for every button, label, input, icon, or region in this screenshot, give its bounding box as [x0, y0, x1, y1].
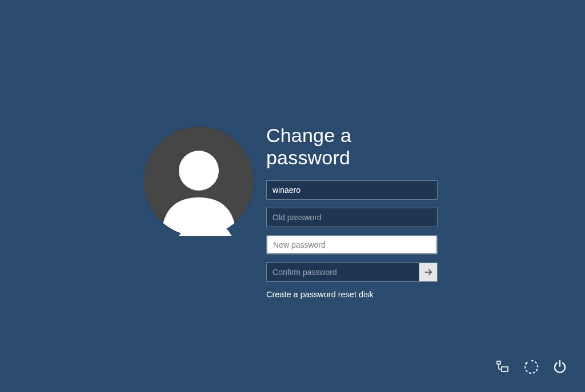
ease-of-access-icon — [524, 359, 539, 374]
network-button[interactable] — [495, 359, 511, 375]
old-password-row — [266, 208, 438, 227]
username-input[interactable] — [266, 180, 438, 200]
new-password-row — [266, 235, 438, 254]
confirm-password-row — [266, 262, 438, 282]
power-button[interactable] — [552, 359, 568, 375]
svg-rect-3 — [502, 367, 508, 371]
old-password-input[interactable] — [266, 208, 438, 227]
page-title: Change a password — [266, 124, 439, 169]
svg-point-0 — [179, 151, 219, 191]
new-password-input[interactable] — [266, 235, 438, 254]
username-row — [266, 180, 438, 200]
svg-rect-2 — [497, 361, 500, 364]
confirm-password-input[interactable] — [266, 262, 419, 282]
arrow-right-icon — [423, 267, 434, 277]
create-reset-disk-link[interactable]: Create a password reset disk — [266, 290, 374, 299]
change-password-panel: Change a password Create a password rese… — [144, 127, 439, 300]
power-icon — [552, 359, 567, 374]
system-tray — [495, 359, 568, 375]
submit-button[interactable] — [419, 262, 438, 282]
ease-of-access-button[interactable] — [523, 359, 539, 375]
user-avatar-icon — [144, 127, 254, 236]
form-area: Change a password Create a password rese… — [266, 127, 439, 300]
network-icon — [495, 359, 510, 374]
user-avatar — [144, 127, 254, 236]
